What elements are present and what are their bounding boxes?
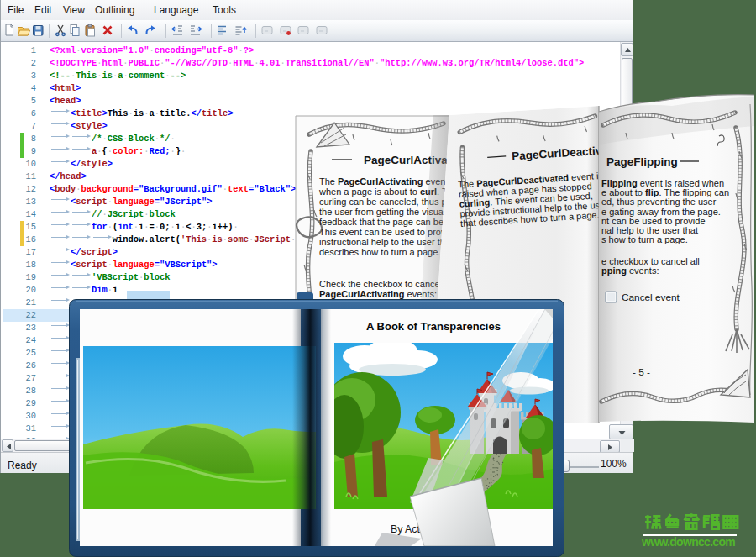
svg-text:e checkbox to cancel all: e checkbox to cancel all	[601, 256, 700, 266]
svg-text:A Book of Transparencies: A Book of Transparencies	[366, 320, 501, 333]
svg-text:the user from getting the visu: the user from getting the visual	[319, 207, 445, 217]
svg-text:nt can be used to provide: nt can be used to provide	[601, 216, 706, 226]
svg-text:PageFlipping: PageFlipping	[606, 155, 678, 168]
svg-text:describes how to turn a page.: describes how to turn a page.	[319, 247, 440, 257]
svg-text:Flipping event is raised when: Flipping event is raised when	[601, 178, 724, 188]
svg-text:ed, thus preventing the user: ed, thus preventing the user	[601, 197, 717, 207]
svg-text:e gating away from the page.: e gating away from the page.	[601, 207, 721, 217]
svg-text:Cancel event: Cancel event	[622, 292, 680, 303]
svg-text:s how to turn a page.: s how to turn a page.	[601, 234, 688, 244]
svg-text:e about to flip. The flipping: e about to flip. The flipping can	[601, 187, 729, 197]
svg-text:- 5 -: - 5 -	[633, 366, 650, 378]
svg-text:pping events:: pping events:	[601, 265, 659, 276]
svg-text:nal help to the user that: nal help to the user that	[601, 225, 698, 235]
